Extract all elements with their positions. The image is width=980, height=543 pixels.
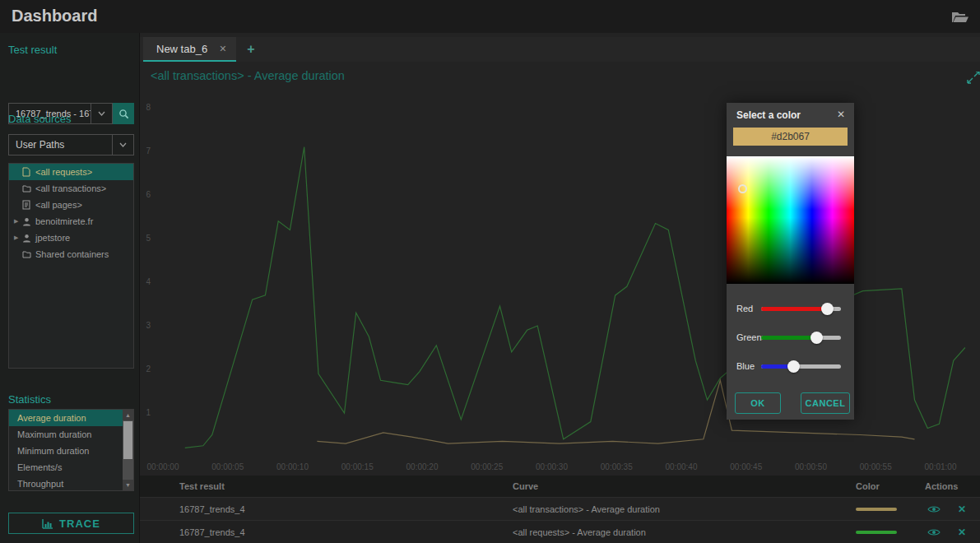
bar-chart-icon xyxy=(42,518,53,529)
user-icon xyxy=(22,217,35,226)
remove-icon[interactable]: ✕ xyxy=(958,527,966,538)
data-sources-heading: Data sources xyxy=(8,113,72,125)
app-root: Dashboard Test result 16787_trends - 167… xyxy=(0,0,980,543)
statistics-list: Average duration Maximum duration Minimu… xyxy=(8,409,134,491)
trace-label: TRACE xyxy=(59,517,100,530)
table-row[interactable]: 16787_trends_4 <all requests> - Average … xyxy=(140,520,980,543)
color-picker-dialog: Select a color ✕ #d2b067 Red Green Blue … xyxy=(727,103,854,420)
page-title: Dashboard xyxy=(12,7,97,26)
curves-table: Test result Curve Color Actions 16787_tr… xyxy=(140,476,980,543)
user-paths-value: User Paths xyxy=(9,139,112,151)
curve-color-swatch[interactable] xyxy=(856,508,897,511)
scroll-down-icon[interactable]: ▼ xyxy=(123,480,133,490)
stat-elements-s[interactable]: Elements/s xyxy=(9,459,133,476)
statistics-heading: Statistics xyxy=(8,393,51,406)
slider-knob[interactable] xyxy=(787,360,800,373)
eye-icon[interactable] xyxy=(927,527,941,538)
page-icon xyxy=(22,200,35,210)
green-slider[interactable]: Green xyxy=(727,329,854,346)
table-header: Test result Curve Color Actions xyxy=(140,476,980,497)
green-slider-track[interactable] xyxy=(761,336,841,340)
slider-knob[interactable] xyxy=(821,303,834,315)
expand-icon[interactable] xyxy=(966,72,980,85)
eye-icon[interactable] xyxy=(927,504,941,515)
slider-knob[interactable] xyxy=(810,332,823,344)
tab-label: New tab_6 xyxy=(156,43,207,55)
dialog-header: Select a color ✕ xyxy=(727,103,854,128)
cancel-button[interactable]: CANCEL xyxy=(801,392,850,414)
header: Dashboard xyxy=(0,0,980,33)
ok-button[interactable]: OK xyxy=(735,392,781,414)
scrollbar-thumb[interactable] xyxy=(123,421,132,459)
folder-icon xyxy=(22,184,35,193)
user-paths-select[interactable]: User Paths xyxy=(8,134,134,155)
trace-button[interactable]: TRACE xyxy=(8,513,134,534)
tree-item-benoitmirete[interactable]: ▶ benoitmirete.fr xyxy=(9,213,133,230)
statistics-scrollbar[interactable]: ▲ ▼ xyxy=(123,410,133,490)
data-sources-tree: <all requests> <all transactions> <all p… xyxy=(8,163,134,369)
blue-slider-track[interactable] xyxy=(761,364,841,369)
folder-icon xyxy=(22,250,35,258)
search-icon xyxy=(118,109,129,119)
hex-value-field[interactable]: #d2b067 xyxy=(733,128,848,146)
curve-color-swatch[interactable] xyxy=(856,531,897,534)
color-gradient-picker[interactable] xyxy=(727,156,854,284)
gradient-selector[interactable] xyxy=(738,184,747,193)
tree-item-jpetstore[interactable]: ▶ jpetstore xyxy=(9,230,133,246)
caret-right-icon[interactable]: ▶ xyxy=(14,234,22,241)
tree-item-all-transactions[interactable]: <all transactions> xyxy=(9,180,133,197)
sidebar: Test result 16787_trends - 1678 Data sou… xyxy=(0,33,140,543)
test-result-heading: Test result xyxy=(8,44,57,56)
dialog-title: Select a color xyxy=(736,109,801,121)
file-icon xyxy=(22,167,35,177)
chevron-down-icon xyxy=(112,135,133,155)
user-icon xyxy=(22,234,35,243)
tree-item-shared-containers[interactable]: Shared containers xyxy=(9,246,133,262)
close-icon[interactable]: ✕ xyxy=(837,109,845,120)
stat-throughput[interactable]: Throughput xyxy=(9,476,133,492)
blue-slider[interactable]: Blue xyxy=(727,358,854,374)
add-tab-button[interactable]: + xyxy=(239,37,263,62)
stat-average-duration[interactable]: Average duration xyxy=(9,410,124,426)
red-slider[interactable]: Red xyxy=(727,300,854,317)
tree-item-all-requests[interactable]: <all requests> xyxy=(9,164,133,180)
caret-right-icon[interactable]: ▶ xyxy=(14,218,22,225)
stat-maximum-duration[interactable]: Maximum duration xyxy=(9,426,133,443)
red-slider-track[interactable] xyxy=(761,307,841,311)
search-button[interactable] xyxy=(113,103,134,124)
stat-minimum-duration[interactable]: Minimum duration xyxy=(9,443,133,459)
folder-open-icon[interactable] xyxy=(950,9,970,24)
remove-icon[interactable]: ✕ xyxy=(958,504,966,515)
tab-bar: New tab_6 ✕ + xyxy=(140,37,980,62)
chart-title: <all transactions> - Average duration xyxy=(151,69,345,82)
tab-new-tab-6[interactable]: New tab_6 ✕ xyxy=(143,37,236,62)
scroll-up-icon[interactable]: ▲ xyxy=(123,410,133,420)
tree-item-all-pages[interactable]: <all pages> xyxy=(9,197,133,213)
chevron-down-icon xyxy=(91,104,112,123)
close-icon[interactable]: ✕ xyxy=(219,44,226,54)
table-row[interactable]: 16787_trends_4 <all transactions> - Aver… xyxy=(140,497,980,520)
